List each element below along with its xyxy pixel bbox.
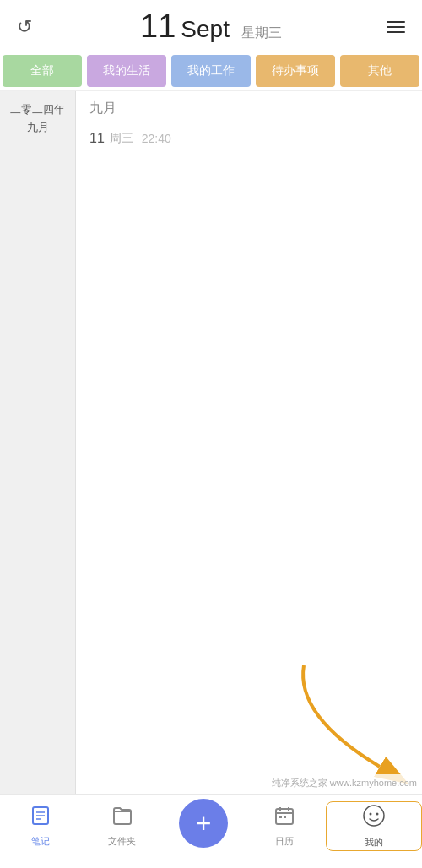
month-label: 九月 [76,91,422,122]
nav-item-add[interactable]: + [163,799,244,854]
tab-my-life[interactable]: 我的生活 [87,55,166,87]
nav-label-folder: 文件夹 [108,835,136,848]
calendar-icon [273,805,295,832]
category-tabs: 全部 我的生活 我的工作 待办事项 其他 [0,52,422,91]
profile-icon [362,804,386,833]
add-button[interactable]: + [179,799,228,848]
svg-point-12 [369,813,371,816]
folder-icon [111,805,133,832]
refresh-icon[interactable]: ↺ [17,16,32,37]
refresh-button[interactable]: ↺ [17,16,51,38]
add-icon: + [196,810,212,837]
sidebar-year-month: 二零二四年 九月 [10,101,65,137]
nav-item-notes[interactable]: 笔记 [0,805,81,848]
date-number: 11 [140,10,176,42]
svg-point-11 [364,806,384,826]
tab-other[interactable]: 其他 [340,55,419,87]
tab-todo[interactable]: 待办事项 [256,55,335,87]
nav-item-profile[interactable]: 我的 [326,801,422,851]
menu-button[interactable] [371,21,405,33]
day-entry: 11 周三 22:40 [76,122,422,155]
notes-icon [30,805,51,832]
hamburger-icon[interactable] [387,21,405,33]
bottom-nav: 笔记 文件夹 + 日历 [0,794,422,868]
svg-rect-9 [279,816,282,818]
content-area[interactable]: 九月 11 周三 22:40 [76,91,422,797]
nav-item-calendar[interactable]: 日历 [244,805,325,848]
watermark: 纯净系统之家 www.kzmyhome.com [267,774,422,792]
day-info: 11 周三 22:40 [89,131,171,146]
svg-point-13 [376,813,378,816]
nav-label-profile: 我的 [365,836,383,849]
nav-label-notes: 笔记 [31,835,50,848]
date-weekday: 星期三 [241,24,282,42]
main-area: 二零二四年 九月 九月 11 周三 22:40 [0,91,422,797]
sidebar: 二零二四年 九月 [0,91,76,797]
tab-my-work[interactable]: 我的工作 [171,55,251,87]
header-date-area: 11 Sept 星期三 [140,10,282,43]
nav-item-folder[interactable]: 文件夹 [81,805,162,848]
day-time: 22:40 [142,132,171,145]
app-header: ↺ 11 Sept 星期三 [0,0,422,52]
nav-label-calendar: 日历 [275,835,294,848]
day-weekday: 周三 [110,131,133,146]
day-number: 11 [89,131,105,146]
tab-all[interactable]: 全部 [3,55,82,87]
svg-rect-10 [284,816,286,818]
date-month: Sept [181,16,230,43]
